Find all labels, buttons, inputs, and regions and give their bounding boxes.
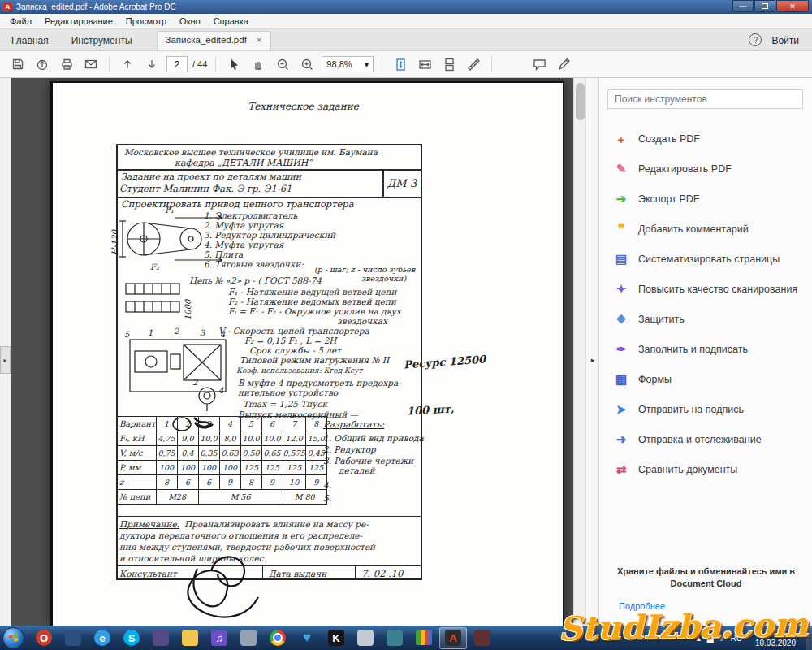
taskbar-app-skype[interactable]: S — [118, 627, 145, 649]
taskbar-app-2[interactable] — [59, 627, 87, 649]
table-cell: М28 — [156, 490, 198, 505]
tab-home[interactable]: Главная — [0, 31, 60, 50]
tool-item-label: Добавить комментарий — [638, 223, 749, 235]
table-cell: Fₜ, кН — [117, 431, 157, 446]
taskbar-app-13[interactable] — [381, 627, 408, 649]
share-icon[interactable] — [32, 54, 52, 74]
tool-item-protect[interactable]: ❖Защитить — [599, 306, 812, 333]
table-cell: 10 — [283, 475, 305, 490]
books-icon — [416, 630, 432, 645]
tab-bar: Главная Инструменты Записка_edited.pdf ×… — [0, 29, 812, 51]
document-viewport[interactable]: Техническое задание Московское высшее те… — [12, 78, 573, 626]
print-icon[interactable] — [57, 54, 76, 74]
save-icon[interactable] — [8, 54, 28, 74]
menu-item-view[interactable]: Просмотр — [119, 16, 173, 26]
taskbar-app-12[interactable] — [352, 627, 379, 649]
taskbar-app-16[interactable] — [469, 627, 496, 649]
zoom-out-icon[interactable] — [273, 54, 292, 74]
taskbar-app-opera[interactable]: O — [30, 627, 58, 649]
table-cell: 100 — [198, 461, 219, 475]
app-icon — [387, 630, 403, 646]
tool-item-forms[interactable]: ▦Формы — [599, 366, 812, 393]
doc-project-code: ДМ-3 — [382, 169, 421, 197]
draw-pencil-icon[interactable] — [554, 54, 573, 74]
tool-item-label: Отправить на подпись — [638, 404, 744, 415]
signin-button[interactable]: Войти — [762, 35, 812, 50]
app-icon — [474, 630, 490, 646]
scrolling-mode-icon[interactable] — [439, 54, 459, 74]
taskbar-app-internet-explorer[interactable]: e — [89, 627, 116, 649]
tab-document-label: Записка_edited.pdf — [166, 35, 247, 50]
zoom-level-select[interactable]: 98,8% ▾ — [322, 56, 374, 72]
compare-documents-icon: ⇄ — [614, 462, 628, 477]
start-button[interactable] — [2, 627, 24, 649]
table-cell: 5 — [240, 417, 261, 431]
tool-item-fill-and-sign[interactable]: ✒Заполнить и подписать — [599, 336, 812, 363]
tool-item-add-comment[interactable]: ❞Добавить комментарий — [599, 215, 812, 243]
vertical-scrollbar[interactable] — [573, 78, 585, 626]
doc-develop-item-5: 5. — [323, 493, 331, 503]
fit-one-page-icon[interactable] — [391, 54, 410, 74]
fit-width-icon[interactable] — [415, 54, 434, 74]
doc-koef-line: Коэф. использования: Кгод Ксут — [236, 366, 362, 375]
menu-item-edit[interactable]: Редактирование — [38, 16, 119, 26]
tab-tools[interactable]: Инструменты — [60, 31, 144, 50]
right-panel-toggle[interactable]: ▸ — [587, 346, 598, 374]
table-cell: P, мм — [117, 461, 157, 475]
taskbar-app-explorer[interactable] — [176, 627, 204, 649]
taskbar-app-media-player[interactable]: ♫ — [205, 627, 233, 649]
tools-search-input[interactable] — [607, 89, 803, 109]
doc-note-line1: Проанализировать влияние на массу ре- — [184, 519, 369, 529]
comment-icon[interactable] — [529, 54, 549, 74]
taskbar-app-5[interactable] — [147, 627, 175, 649]
menu-item-file[interactable]: Файл — [3, 16, 38, 26]
tool-item-create-pdf[interactable]: +Создать PDF — [599, 125, 812, 153]
tab-document[interactable]: Записка_edited.pdf × — [157, 31, 271, 50]
help-icon[interactable]: ? — [749, 33, 762, 46]
scrollbar-thumb[interactable] — [576, 83, 585, 120]
close-button[interactable]: ✕ — [776, 0, 809, 12]
taskbar-app-8[interactable] — [235, 627, 262, 649]
hand-tool-icon[interactable] — [248, 54, 268, 74]
pdf-page[interactable]: Техническое задание Московское высшее те… — [50, 81, 564, 626]
kompas-icon: K — [328, 630, 344, 646]
table-cell: 7 — [283, 417, 305, 431]
table-cell: 10,0 — [198, 431, 219, 446]
taskbar-app-kompas[interactable]: K — [322, 627, 350, 649]
table-row: P, мм 100 100 100 100 125 125 125 125 — [117, 461, 327, 475]
table-cell: М 56 — [198, 490, 283, 505]
tool-item-enhance-scans[interactable]: ✦Повысить качество сканирования — [599, 275, 812, 303]
window-controls: — ✕ — [732, 0, 809, 12]
page-number-input[interactable] — [166, 56, 188, 72]
menu-item-help[interactable]: Справка — [207, 16, 255, 26]
tool-item-organize-pages[interactable]: ▤Систематизировать страницы — [599, 245, 812, 273]
app-icon — [357, 630, 374, 646]
next-page-icon[interactable] — [142, 54, 162, 74]
taskbar-app-chrome[interactable] — [264, 627, 292, 649]
minimize-button[interactable]: — — [732, 0, 754, 12]
taskbar-app-acrobat[interactable]: A — [439, 627, 467, 649]
left-panel-toggle[interactable]: ▸ — [0, 346, 11, 374]
maximize-button[interactable] — [754, 0, 775, 12]
opera-icon: O — [36, 630, 52, 646]
tool-item-compare-documents[interactable]: ⇄Сравнить документы — [599, 456, 812, 483]
zoom-level-value: 98,8% — [326, 59, 352, 69]
taskbar-app-heart[interactable]: ♥ — [293, 627, 321, 649]
heart-icon: ♥ — [299, 630, 315, 646]
taskbar-app-books[interactable] — [410, 627, 438, 649]
menu-item-window[interactable]: Окно — [173, 16, 207, 26]
select-tool-icon[interactable] — [224, 54, 244, 74]
measure-tool-icon[interactable] — [464, 54, 483, 74]
table-cell: 6 — [198, 475, 219, 490]
email-icon[interactable] — [81, 54, 101, 74]
tab-close-icon[interactable]: × — [255, 35, 264, 50]
form-line — [116, 169, 422, 171]
tool-item-send-and-track[interactable]: ➜Отправка и отслеживание — [599, 426, 812, 453]
tool-item-send-for-signature[interactable]: ➤Отправить на подпись — [599, 396, 812, 423]
edit-pdf-icon: ✎ — [614, 162, 628, 176]
previous-page-icon[interactable] — [118, 54, 137, 74]
tool-item-export-pdf[interactable]: ➔Экспорт PDF — [599, 185, 812, 213]
tool-item-edit-pdf[interactable]: ✎Редактировать PDF — [599, 155, 812, 183]
zoom-in-icon[interactable] — [297, 54, 317, 74]
forms-icon: ▦ — [614, 372, 628, 387]
